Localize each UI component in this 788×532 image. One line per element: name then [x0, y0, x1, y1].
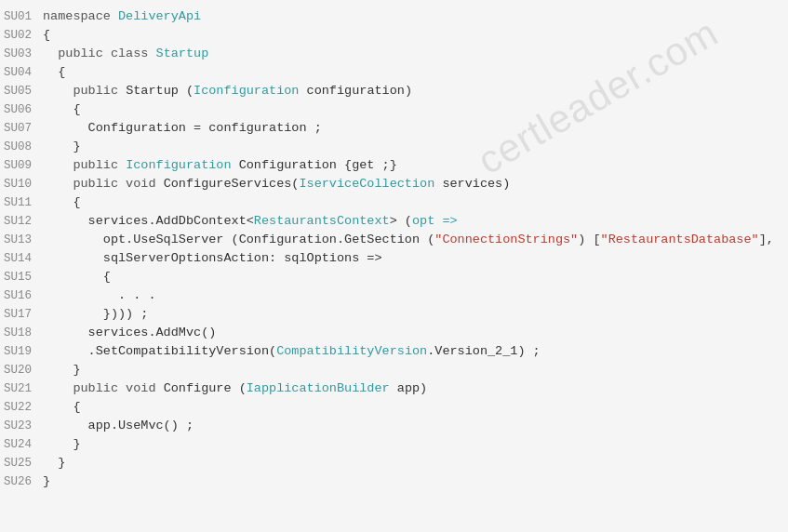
line-number: SU06	[0, 100, 39, 119]
line-number: SU05	[0, 82, 39, 100]
code-line: SU10 public void ConfigureServices(Iserv…	[0, 175, 788, 193]
line-content: namespace DeliveryApi	[39, 7, 788, 26]
plain-text: app.UseMvc() ;	[43, 419, 194, 432]
line-number: SU10	[0, 175, 39, 193]
type-name: RestaurantsContext	[254, 214, 390, 228]
type-name: opt =>	[412, 214, 458, 228]
line-content: {	[39, 398, 788, 417]
line-number: SU13	[0, 231, 39, 249]
line-content: .SetCompatibilityVersion(CompatibilityVe…	[39, 342, 788, 361]
type-name: Iconfiguration	[194, 84, 299, 98]
line-content: public class Startup	[39, 45, 788, 63]
line-content: }	[39, 361, 788, 379]
plain-text: }	[43, 456, 65, 470]
plain-text: opt.UseSqlServer (Configuration.GetSecti…	[43, 233, 434, 246]
line-number: SU01	[0, 7, 39, 26]
code-line: SU11 {	[0, 193, 788, 212]
plain-text	[43, 158, 73, 172]
line-number: SU12	[0, 212, 39, 231]
line-content: }))) ;	[39, 305, 788, 324]
line-content: {	[39, 26, 788, 45]
code-line: SU18 services.AddMvc()	[0, 324, 788, 342]
line-number: SU26	[0, 472, 39, 491]
code-line: SU15 {	[0, 268, 788, 286]
plain-text: }	[43, 437, 81, 451]
plain-text: services.AddMvc()	[43, 326, 216, 339]
plain-text: {	[43, 270, 111, 284]
line-number: SU04	[0, 63, 39, 82]
plain-text	[43, 47, 58, 60]
plain-text: }	[43, 363, 81, 377]
line-content: public Startup (Iconfiguration configura…	[39, 82, 788, 100]
type-name: Startup	[156, 47, 209, 60]
line-content: {	[39, 268, 788, 286]
plain-text: Configuration {get ;}	[232, 158, 397, 172]
code-line: SU13 opt.UseSqlServer (Configuration.Get…	[0, 231, 788, 249]
type-name: IapplicationBuilder	[247, 381, 390, 395]
line-content: app.UseMvc() ;	[39, 417, 788, 435]
line-number: SU07	[0, 119, 39, 138]
keyword: public void	[73, 177, 163, 191]
line-content: }	[39, 472, 788, 491]
code-line: SU22 {	[0, 398, 788, 417]
code-line: SU25 }	[0, 454, 788, 472]
keyword: namespace	[43, 9, 118, 23]
plain-text: }	[43, 474, 50, 488]
type-name: Iconfiguration	[126, 158, 231, 172]
line-content: . . .	[39, 286, 788, 305]
line-number: SU20	[0, 361, 39, 379]
plain-text: services)	[434, 177, 510, 191]
line-content: {	[39, 100, 788, 119]
plain-text: {	[43, 195, 81, 209]
plain-text: services.AddDbContext<	[43, 214, 254, 228]
line-number: SU09	[0, 156, 39, 175]
code-line: SU24 }	[0, 435, 788, 454]
line-number: SU22	[0, 398, 39, 417]
line-number: SU03	[0, 45, 39, 63]
code-line: SU12 services.AddDbContext<RestaurantsCo…	[0, 212, 788, 231]
plain-text: {	[43, 28, 50, 42]
code-lines: SU01namespace DeliveryApiSU02{SU03 publi…	[0, 7, 788, 491]
plain-text	[43, 381, 73, 395]
line-content: services.AddMvc()	[39, 324, 788, 342]
plain-text	[43, 177, 73, 191]
string-literal: "ConnectionStrings"	[434, 233, 578, 246]
code-line: SU14 sqlServerOptionsAction: sqlOptions …	[0, 249, 788, 268]
plain-text: }))) ;	[43, 307, 148, 321]
line-content: services.AddDbContext<RestaurantsContext…	[39, 212, 788, 231]
plain-text: }	[43, 140, 81, 153]
keyword: public void	[73, 381, 163, 395]
code-line: SU03 public class Startup	[0, 45, 788, 63]
code-line: SU23 app.UseMvc() ;	[0, 417, 788, 435]
plain-text: Configure (	[164, 381, 247, 395]
line-content: }	[39, 454, 788, 472]
line-number: SU21	[0, 379, 39, 398]
keyword: public	[73, 158, 126, 172]
string-literal: "RestaurantsDatabase"	[601, 233, 759, 246]
plain-text: Configuration = configuration ;	[43, 121, 322, 135]
code-line: SU09 public Iconfiguration Configuration…	[0, 156, 788, 175]
line-number: SU16	[0, 286, 39, 305]
code-line: SU02{	[0, 26, 788, 45]
plain-text: app)	[390, 381, 428, 395]
code-line: SU26}	[0, 472, 788, 491]
code-line: SU05 public Startup (Iconfiguration conf…	[0, 82, 788, 100]
plain-text: {	[43, 65, 65, 79]
code-line: SU01namespace DeliveryApi	[0, 7, 788, 26]
code-line: SU08 }	[0, 138, 788, 156]
line-number: SU25	[0, 454, 39, 472]
line-number: SU17	[0, 305, 39, 324]
code-line: SU21 public void Configure (Iapplication…	[0, 379, 788, 398]
line-number: SU24	[0, 435, 39, 454]
line-number: SU02	[0, 26, 39, 45]
plain-text: Startup (	[126, 84, 194, 98]
line-content: sqlServerOptionsAction: sqlOptions =>	[39, 249, 788, 268]
plain-text: configuration)	[299, 84, 412, 98]
plain-text: {	[43, 102, 81, 116]
plain-text: {	[43, 400, 81, 414]
line-number: SU08	[0, 138, 39, 156]
line-number: SU15	[0, 268, 39, 286]
code-line: SU04 {	[0, 63, 788, 82]
line-content: public void Configure (IapplicationBuild…	[39, 379, 788, 398]
code-line: SU07 Configuration = configuration ;	[0, 119, 788, 138]
